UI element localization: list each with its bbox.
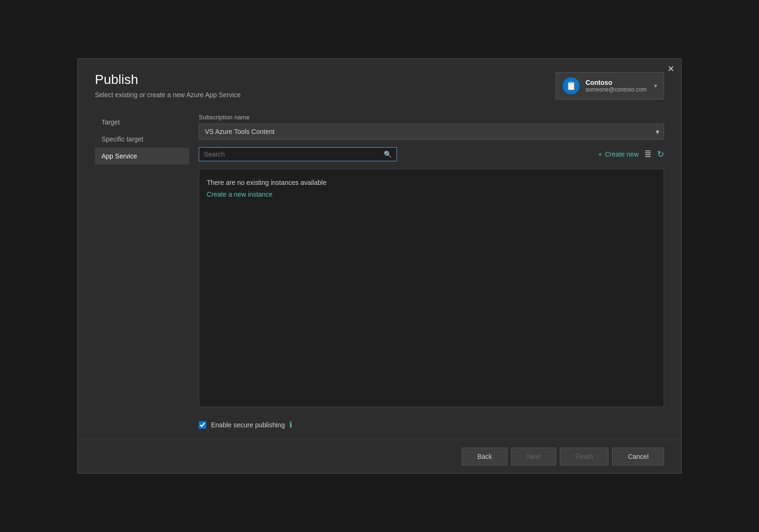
refresh-icon-button[interactable]: ↻ — [657, 149, 664, 159]
dialog-title: Publish — [95, 72, 241, 87]
no-instances-message: There are no existing instances availabl… — [207, 179, 656, 186]
sidebar: Target Specific target App Service — [95, 109, 189, 440]
close-button[interactable]: ✕ — [667, 65, 675, 73]
create-instance-link[interactable]: Create a new instance — [207, 191, 272, 198]
checkbox-row: Enable secure publishing ℹ — [199, 415, 664, 435]
account-name: Contoso — [585, 79, 647, 86]
account-info: Contoso someone@contoso.com — [585, 79, 647, 93]
sidebar-item-specific-target[interactable]: Specific target — [95, 131, 189, 148]
search-box: 🔍 — [199, 147, 397, 161]
sort-icon-button[interactable]: ≣ — [644, 149, 651, 159]
back-button[interactable]: Back — [462, 448, 507, 466]
publish-dialog: ✕ Publish Select existing or create a ne… — [77, 58, 682, 474]
account-icon: 📋 — [563, 77, 580, 94]
create-new-button[interactable]: + Create new — [598, 150, 639, 158]
cancel-button[interactable]: Cancel — [612, 448, 664, 466]
main-content: Subscription name VS Azure Tools Content… — [189, 109, 664, 440]
subscription-section: Subscription name VS Azure Tools Content… — [199, 114, 664, 140]
subscription-dropdown-wrapper: VS Azure Tools Content ▾ — [199, 124, 664, 140]
dialog-header: Publish Select existing or create a new … — [78, 59, 681, 109]
account-email: someone@contoso.com — [585, 86, 647, 93]
dialog-subtitle: Select existing or create a new Azure Ap… — [95, 91, 241, 99]
info-icon[interactable]: ℹ — [289, 420, 292, 429]
next-button[interactable]: Next — [511, 448, 556, 466]
search-input[interactable] — [204, 150, 380, 158]
account-area[interactable]: 📋 Contoso someone@contoso.com ▾ — [556, 72, 664, 100]
dialog-body: Target Specific target App Service Subsc… — [78, 109, 681, 440]
sidebar-item-app-service[interactable]: App Service — [95, 148, 189, 165]
title-area: Publish Select existing or create a new … — [95, 72, 241, 99]
subscription-dropdown[interactable]: VS Azure Tools Content — [199, 124, 664, 140]
secure-publishing-checkbox[interactable] — [199, 421, 206, 429]
subscription-label: Subscription name — [199, 114, 664, 121]
dialog-footer: Back Next Finish Cancel — [78, 440, 681, 473]
search-icon: 🔍 — [384, 150, 392, 158]
finish-button[interactable]: Finish — [560, 448, 608, 466]
chevron-down-icon: ▾ — [654, 83, 657, 89]
sidebar-item-target[interactable]: Target — [95, 114, 189, 131]
toolbar: 🔍 + Create new ≣ ↻ — [199, 147, 664, 161]
instances-panel: There are no existing instances availabl… — [199, 169, 664, 407]
secure-publishing-label: Enable secure publishing — [211, 421, 285, 429]
plus-icon: + — [598, 150, 602, 158]
